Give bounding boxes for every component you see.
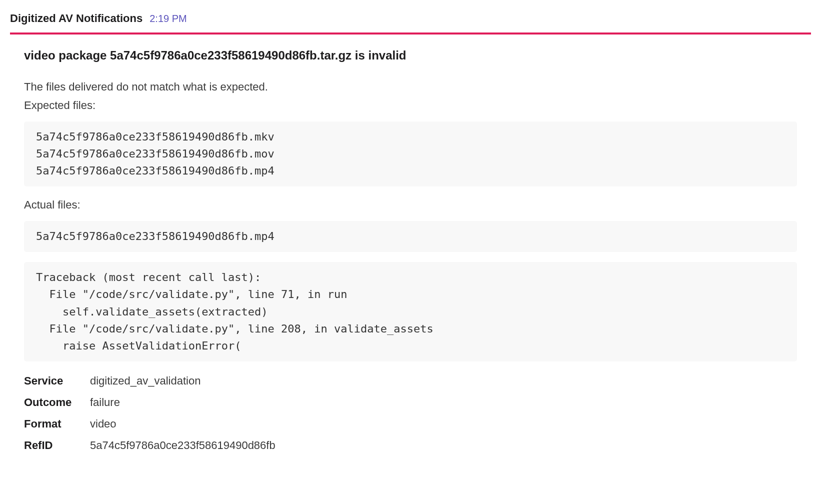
field-value-refid: 5a74c5f9786a0ce233f58619490d86fb — [90, 437, 276, 454]
sender-name[interactable]: Digitized AV Notifications — [10, 10, 142, 26]
field-row: RefID 5a74c5f9786a0ce233f58619490d86fb — [24, 437, 797, 454]
expected-files-block: 5a74c5f9786a0ce233f58619490d86fb.mkv 5a7… — [24, 122, 797, 186]
fields-section: Service digitized_av_validation Outcome … — [24, 372, 797, 454]
intro-text: The files delivered do not match what is… — [24, 78, 797, 95]
actual-files-label: Actual files: — [24, 196, 797, 213]
field-value-outcome: failure — [90, 394, 120, 410]
field-row: Format video — [24, 416, 797, 432]
message-timestamp[interactable]: 2:19 PM — [150, 11, 186, 26]
field-label-format: Format — [24, 416, 90, 432]
expected-files-label: Expected files: — [24, 97, 797, 114]
field-row: Outcome failure — [24, 394, 797, 410]
actual-files-block: 5a74c5f9786a0ce233f58619490d86fb.mp4 — [24, 221, 797, 252]
attachment-title: video package 5a74c5f9786a0ce233f5861949… — [24, 46, 797, 64]
field-label-service: Service — [24, 372, 90, 389]
message-container: Digitized AV Notifications 2:19 PM video… — [0, 0, 821, 468]
field-row: Service digitized_av_validation — [24, 372, 797, 389]
traceback-block: Traceback (most recent call last): File … — [24, 262, 797, 361]
field-value-service: digitized_av_validation — [90, 372, 200, 389]
attachment-block: video package 5a74c5f9786a0ce233f5861949… — [10, 32, 811, 454]
field-value-format: video — [90, 416, 116, 432]
field-label-refid: RefID — [24, 437, 90, 454]
message-header: Digitized AV Notifications 2:19 PM — [10, 10, 811, 26]
field-label-outcome: Outcome — [24, 394, 90, 410]
